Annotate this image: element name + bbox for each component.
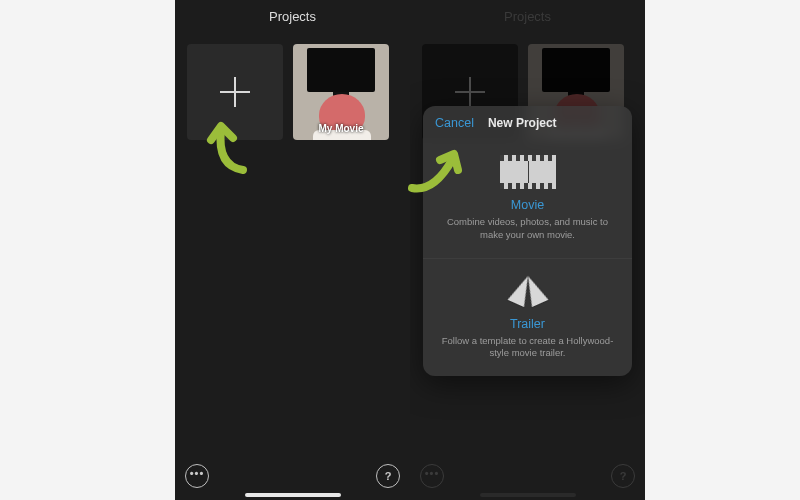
more-button[interactable]: •••: [185, 464, 209, 488]
more-button: •••: [420, 464, 444, 488]
option-trailer-desc: Follow a template to create a Hollywood-…: [437, 335, 618, 361]
phone-screen-projects: Projects My Movie ••• ?: [175, 0, 410, 500]
plus-icon: [455, 77, 485, 107]
page-title: Projects: [175, 0, 410, 34]
option-movie[interactable]: Movie Combine videos, photos, and music …: [423, 140, 632, 258]
project-title: My Movie: [293, 123, 389, 134]
option-movie-desc: Combine videos, photos, and music to mak…: [437, 216, 618, 242]
plus-icon: [220, 77, 250, 107]
bottom-bar: ••• ?: [410, 456, 645, 500]
cancel-button[interactable]: Cancel: [435, 116, 474, 130]
spotlights-icon: [505, 272, 551, 310]
help-icon: ?: [385, 470, 392, 482]
modal-header: Cancel New Project: [423, 106, 632, 140]
help-icon: ?: [620, 470, 627, 482]
page-title: Projects: [410, 0, 645, 34]
projects-grid: My Movie: [175, 34, 410, 150]
more-icon: •••: [190, 467, 205, 479]
create-project-button[interactable]: [187, 44, 283, 140]
help-button[interactable]: ?: [376, 464, 400, 488]
project-thumbnail: [307, 48, 375, 92]
bottom-bar: ••• ?: [175, 456, 410, 500]
project-tile[interactable]: My Movie: [293, 44, 389, 140]
help-button: ?: [611, 464, 635, 488]
filmstrip-icon: [500, 155, 556, 189]
phone-screen-new-project: Projects My Movie Cancel New Project Mov…: [410, 0, 645, 500]
more-icon: •••: [425, 467, 440, 479]
option-trailer-label: Trailer: [437, 317, 618, 331]
modal-title: New Project: [488, 116, 557, 130]
home-indicator[interactable]: [245, 493, 341, 497]
new-project-modal: Cancel New Project Movie Combine videos,…: [423, 106, 632, 376]
option-trailer[interactable]: Trailer Follow a template to create a Ho…: [423, 258, 632, 377]
option-movie-label: Movie: [437, 198, 618, 212]
home-indicator[interactable]: [480, 493, 576, 497]
